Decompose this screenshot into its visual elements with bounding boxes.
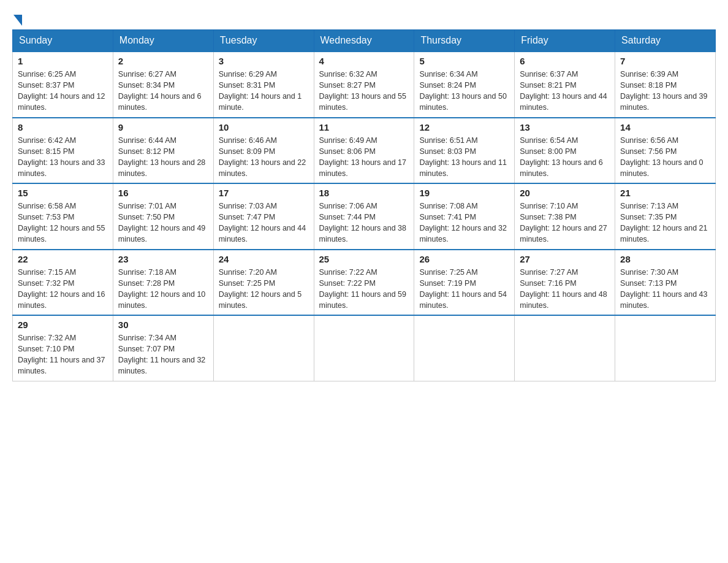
day-number: 22 (18, 254, 108, 264)
day-info: Sunrise: 7:34 AMSunset: 7:07 PMDaylight:… (118, 332, 208, 377)
day-number: 3 (219, 56, 309, 66)
calendar-cell: 16Sunrise: 7:01 AMSunset: 7:50 PMDayligh… (113, 183, 213, 250)
calendar-cell: 8Sunrise: 6:42 AMSunset: 8:15 PMDaylight… (13, 118, 113, 184)
day-number: 25 (319, 254, 409, 264)
day-info: Sunrise: 6:58 AMSunset: 7:53 PMDaylight:… (18, 201, 108, 245)
day-number: 9 (118, 122, 208, 132)
weekday-header-saturday: Saturday (615, 30, 716, 52)
calendar-cell: 14Sunrise: 6:56 AMSunset: 7:56 PMDayligh… (615, 118, 716, 184)
calendar-cell: 29Sunrise: 7:32 AMSunset: 7:10 PMDayligh… (13, 315, 113, 381)
calendar-cell (615, 315, 716, 381)
day-info: Sunrise: 7:03 AMSunset: 7:47 PMDaylight:… (219, 201, 309, 245)
calendar-cell: 6Sunrise: 6:37 AMSunset: 8:21 PMDaylight… (515, 52, 615, 118)
calendar-cell: 20Sunrise: 7:10 AMSunset: 7:38 PMDayligh… (515, 183, 615, 250)
day-info: Sunrise: 6:34 AMSunset: 8:24 PMDaylight:… (419, 69, 509, 113)
day-number: 8 (18, 122, 108, 132)
calendar-cell: 18Sunrise: 7:06 AMSunset: 7:44 PMDayligh… (314, 183, 414, 250)
day-info: Sunrise: 7:27 AMSunset: 7:16 PMDaylight:… (520, 267, 610, 312)
day-number: 1 (18, 56, 108, 66)
day-info: Sunrise: 6:27 AMSunset: 8:34 PMDaylight:… (118, 69, 208, 113)
logo (12, 12, 22, 23)
day-number: 28 (620, 254, 710, 264)
calendar-cell: 13Sunrise: 6:54 AMSunset: 8:00 PMDayligh… (515, 118, 615, 184)
calendar-cell: 3Sunrise: 6:29 AMSunset: 8:31 PMDaylight… (213, 52, 314, 118)
day-info: Sunrise: 7:01 AMSunset: 7:50 PMDaylight:… (118, 201, 208, 245)
weekday-header-sunday: Sunday (13, 30, 113, 52)
day-info: Sunrise: 7:18 AMSunset: 7:28 PMDaylight:… (118, 267, 208, 312)
day-info: Sunrise: 6:25 AMSunset: 8:37 PMDaylight:… (18, 69, 108, 113)
calendar-cell: 27Sunrise: 7:27 AMSunset: 7:16 PMDayligh… (515, 250, 615, 316)
day-number: 6 (520, 56, 610, 66)
day-number: 2 (118, 56, 208, 66)
weekday-header-monday: Monday (113, 30, 213, 52)
calendar-cell (314, 315, 414, 381)
calendar-cell: 15Sunrise: 6:58 AMSunset: 7:53 PMDayligh… (13, 183, 113, 250)
calendar-table: SundayMondayTuesdayWednesdayThursdayFrid… (12, 29, 716, 381)
calendar-cell: 2Sunrise: 6:27 AMSunset: 8:34 PMDaylight… (113, 52, 213, 118)
calendar-cell: 21Sunrise: 7:13 AMSunset: 7:35 PMDayligh… (615, 183, 716, 250)
day-info: Sunrise: 6:29 AMSunset: 8:31 PMDaylight:… (219, 69, 309, 113)
day-number: 20 (520, 188, 610, 198)
weekday-header-wednesday: Wednesday (314, 30, 414, 52)
calendar-cell: 22Sunrise: 7:15 AMSunset: 7:32 PMDayligh… (13, 250, 113, 316)
calendar-cell: 12Sunrise: 6:51 AMSunset: 8:03 PMDayligh… (414, 118, 515, 184)
calendar-cell: 24Sunrise: 7:20 AMSunset: 7:25 PMDayligh… (213, 250, 314, 316)
day-info: Sunrise: 7:30 AMSunset: 7:13 PMDaylight:… (620, 267, 710, 312)
weekday-header-thursday: Thursday (414, 30, 515, 52)
calendar-cell (213, 315, 314, 381)
day-info: Sunrise: 7:15 AMSunset: 7:32 PMDaylight:… (18, 267, 108, 312)
day-number: 18 (319, 188, 409, 198)
day-info: Sunrise: 6:46 AMSunset: 8:09 PMDaylight:… (219, 135, 309, 180)
week-row-4: 22Sunrise: 7:15 AMSunset: 7:32 PMDayligh… (13, 250, 716, 316)
day-number: 30 (118, 320, 208, 330)
calendar-cell: 19Sunrise: 7:08 AMSunset: 7:41 PMDayligh… (414, 183, 515, 250)
day-number: 16 (118, 188, 208, 198)
day-number: 21 (620, 188, 710, 198)
calendar-cell: 23Sunrise: 7:18 AMSunset: 7:28 PMDayligh… (113, 250, 213, 316)
day-info: Sunrise: 7:22 AMSunset: 7:22 PMDaylight:… (319, 267, 409, 312)
calendar-cell: 11Sunrise: 6:49 AMSunset: 8:06 PMDayligh… (314, 118, 414, 184)
logo-arrow-icon (13, 15, 22, 26)
day-number: 7 (620, 56, 710, 66)
day-info: Sunrise: 7:32 AMSunset: 7:10 PMDaylight:… (18, 332, 108, 377)
weekday-header-tuesday: Tuesday (213, 30, 314, 52)
day-info: Sunrise: 6:32 AMSunset: 8:27 PMDaylight:… (319, 69, 409, 113)
day-number: 23 (118, 254, 208, 264)
week-row-5: 29Sunrise: 7:32 AMSunset: 7:10 PMDayligh… (13, 315, 716, 381)
calendar-cell: 7Sunrise: 6:39 AMSunset: 8:18 PMDaylight… (615, 52, 716, 118)
calendar-cell: 1Sunrise: 6:25 AMSunset: 8:37 PMDaylight… (13, 52, 113, 118)
calendar-cell: 30Sunrise: 7:34 AMSunset: 7:07 PMDayligh… (113, 315, 213, 381)
day-number: 29 (18, 320, 108, 330)
calendar-cell: 25Sunrise: 7:22 AMSunset: 7:22 PMDayligh… (314, 250, 414, 316)
day-info: Sunrise: 6:44 AMSunset: 8:12 PMDaylight:… (118, 135, 208, 180)
week-row-1: 1Sunrise: 6:25 AMSunset: 8:37 PMDaylight… (13, 52, 716, 118)
calendar-cell: 5Sunrise: 6:34 AMSunset: 8:24 PMDaylight… (414, 52, 515, 118)
day-info: Sunrise: 6:49 AMSunset: 8:06 PMDaylight:… (319, 135, 409, 180)
day-info: Sunrise: 6:51 AMSunset: 8:03 PMDaylight:… (419, 135, 509, 180)
weekday-header-friday: Friday (515, 30, 615, 52)
day-info: Sunrise: 6:37 AMSunset: 8:21 PMDaylight:… (520, 69, 610, 113)
day-number: 14 (620, 122, 710, 132)
week-row-3: 15Sunrise: 6:58 AMSunset: 7:53 PMDayligh… (13, 183, 716, 250)
day-number: 26 (419, 254, 509, 264)
day-number: 13 (520, 122, 610, 132)
day-info: Sunrise: 7:10 AMSunset: 7:38 PMDaylight:… (520, 201, 610, 245)
day-number: 19 (419, 188, 509, 198)
day-info: Sunrise: 6:39 AMSunset: 8:18 PMDaylight:… (620, 69, 710, 113)
day-info: Sunrise: 6:56 AMSunset: 7:56 PMDaylight:… (620, 135, 710, 180)
day-number: 12 (419, 122, 509, 132)
calendar-cell: 4Sunrise: 6:32 AMSunset: 8:27 PMDaylight… (314, 52, 414, 118)
calendar-cell: 9Sunrise: 6:44 AMSunset: 8:12 PMDaylight… (113, 118, 213, 184)
day-number: 15 (18, 188, 108, 198)
day-number: 10 (219, 122, 309, 132)
calendar-cell: 28Sunrise: 7:30 AMSunset: 7:13 PMDayligh… (615, 250, 716, 316)
calendar-cell: 17Sunrise: 7:03 AMSunset: 7:47 PMDayligh… (213, 183, 314, 250)
day-info: Sunrise: 7:08 AMSunset: 7:41 PMDaylight:… (419, 201, 509, 245)
calendar-cell: 26Sunrise: 7:25 AMSunset: 7:19 PMDayligh… (414, 250, 515, 316)
day-info: Sunrise: 7:20 AMSunset: 7:25 PMDaylight:… (219, 267, 309, 312)
day-number: 27 (520, 254, 610, 264)
day-number: 24 (219, 254, 309, 264)
calendar-cell (515, 315, 615, 381)
page-header (12, 12, 716, 23)
day-number: 17 (219, 188, 309, 198)
